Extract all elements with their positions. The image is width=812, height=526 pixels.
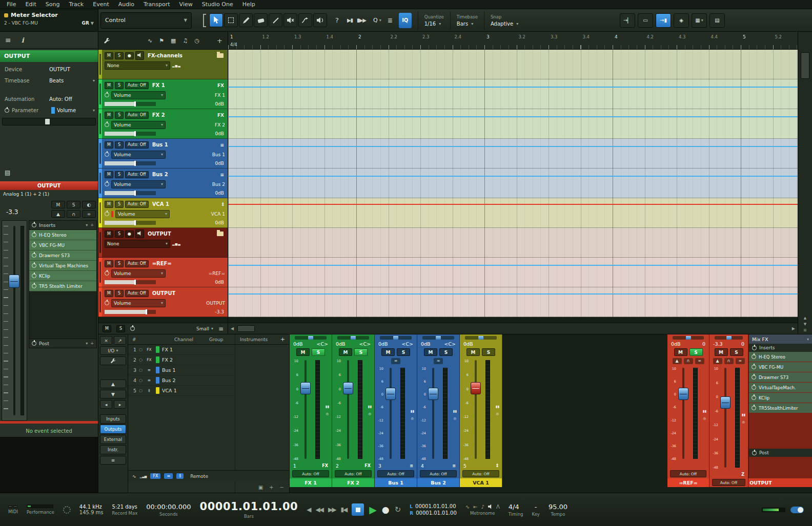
power-icon[interactable]	[752, 395, 756, 400]
click-speaker-icon[interactable]	[488, 504, 493, 509]
mute-button[interactable]: M	[339, 348, 352, 356]
scroll-right-icon[interactable]: ▶	[792, 326, 795, 331]
automation-line[interactable]	[228, 116, 798, 117]
autoscroll-button[interactable]: →▮	[656, 13, 671, 28]
automation-mode-button[interactable]: Auto: Off	[335, 470, 372, 477]
volume-fader[interactable]	[343, 382, 353, 394]
mixfx-header[interactable]: Mix FX▾	[749, 334, 812, 344]
power-icon[interactable]	[32, 263, 36, 268]
record-arm-icon[interactable]: ○	[139, 347, 143, 352]
power-icon[interactable]	[752, 346, 757, 350]
solo-button[interactable]: S	[67, 201, 80, 208]
record-button[interactable]: ●	[382, 504, 390, 515]
mute-button[interactable]: M	[105, 52, 113, 59]
timebase-row[interactable]: Timebase Beats ▾	[0, 75, 95, 86]
loop-range-display[interactable]: L00001.01.01.00 R00001.01.01.00	[410, 503, 456, 516]
solo-button[interactable]: S	[312, 348, 325, 356]
lock-icon[interactable]: ▣	[258, 485, 263, 490]
monitor-button[interactable]	[135, 51, 144, 60]
power-icon[interactable]	[32, 284, 36, 288]
record-arm-button[interactable]: ●	[125, 230, 134, 238]
stereo-link-icon[interactable]: ∞	[434, 358, 443, 364]
lane-4-bus-2[interactable]	[228, 169, 798, 198]
channel-row-fx-2[interactable]: 2○FXFX 2	[128, 355, 235, 365]
track-2-fx-2[interactable]: MSAuto: OffFX 2FXVolume▾FX 20dB	[98, 109, 228, 139]
mute-button[interactable]: M	[381, 348, 395, 356]
lane-3-bus-1[interactable]	[228, 139, 798, 169]
menu-studio-one[interactable]: Studio One	[197, 1, 238, 8]
collapse-left-icon[interactable]: ◂	[100, 400, 112, 409]
menu-edit[interactable]: Edit	[21, 1, 40, 8]
quantize-select[interactable]: 1/16▾	[424, 21, 444, 27]
dual-mono-icon[interactable]: ▮▮	[326, 405, 329, 409]
solo-button[interactable]: S	[397, 348, 410, 356]
autoscroll-icon[interactable]: ▮▶▶	[357, 17, 366, 23]
hamburger-menu-icon[interactable]: ≡	[5, 36, 11, 44]
insert-drawmer-s73[interactable]: Drawmer S73	[29, 250, 96, 261]
mixer-nav-outputs[interactable]: Outputs	[100, 425, 126, 434]
lane-7-ref[interactable]	[228, 258, 798, 287]
vertical-scrollbar[interactable]: ▲ ▼ ⊞	[798, 32, 812, 334]
volume-slider[interactable]	[105, 191, 156, 195]
power-icon[interactable]	[32, 253, 36, 258]
solo-button[interactable]: S	[689, 348, 703, 356]
volume-slider[interactable]	[105, 280, 156, 284]
automation-param-select[interactable]: Volume▾	[111, 269, 166, 278]
menu-help[interactable]: Help	[238, 1, 260, 8]
detach-mixer-button[interactable]: ↗	[114, 336, 126, 345]
arrow-tool-button[interactable]	[209, 13, 223, 27]
automation-mode-button[interactable]: Auto: Off	[377, 470, 414, 477]
record-arm-button[interactable]: ●	[125, 52, 134, 59]
track-3-bus-1[interactable]: MSAuto: OffBus 1≡Volume▾Bus 10dB	[98, 139, 228, 169]
volume-fader[interactable]	[300, 382, 311, 394]
solo-button[interactable]: S	[439, 348, 453, 356]
phase-icon[interactable]: ◎	[326, 412, 329, 416]
solo-button[interactable]: S	[115, 230, 124, 238]
automation-param-select[interactable]: Volume▾	[111, 91, 166, 99]
scrollbar-thumb[interactable]	[801, 52, 809, 79]
insert-h-eq-stereo[interactable]: H-EQ Stereo	[29, 230, 96, 240]
insert-virtual-tape-machines[interactable]: Virtual Tape Machines	[29, 261, 96, 271]
rewind-button[interactable]: ◀◀	[315, 506, 322, 513]
solo-button[interactable]: S	[115, 112, 124, 119]
lane-5-vca-1[interactable]	[228, 198, 798, 228]
fader-handle[interactable]	[9, 275, 19, 288]
mute-button[interactable]: M	[674, 348, 687, 356]
clock-icon[interactable]: ◷	[194, 37, 199, 44]
power-icon[interactable]	[752, 354, 756, 359]
pad-view-button[interactable]: ▤	[709, 13, 725, 28]
parameter-slider[interactable]	[2, 118, 96, 125]
input-quantize-button[interactable]: IQ	[399, 13, 412, 28]
solo-button[interactable]: S	[115, 290, 124, 297]
menu-track[interactable]: Track	[64, 1, 88, 8]
wave-icon[interactable]: ∿	[132, 474, 136, 479]
automation-mode-button[interactable]: Auto: Off	[670, 470, 706, 477]
lane-1-fx-1[interactable]	[228, 79, 798, 109]
add-insert-icon[interactable]: +	[90, 223, 94, 227]
headphones-icon[interactable]: ∩	[684, 358, 693, 364]
power-icon[interactable]	[32, 243, 36, 247]
power-icon[interactable]	[105, 301, 109, 305]
output-fader[interactable]	[2, 220, 27, 421]
volume-fader[interactable]	[428, 388, 438, 400]
play-button[interactable]: ▶	[369, 504, 377, 515]
mixer-strip-vca-1[interactable]: 0dBMS1060-6-12-24-36-48▮▮◎5‡Auto: OffVCA…	[460, 334, 502, 487]
record-arm-icon[interactable]: ○	[139, 357, 143, 362]
wrench-icon[interactable]	[104, 37, 110, 44]
io-selector[interactable]: I/O▾	[100, 346, 126, 355]
mute-button[interactable]: M	[424, 348, 437, 356]
automation-line[interactable]	[228, 87, 798, 88]
performance-meter[interactable]: Performance	[27, 504, 54, 515]
phase-icon[interactable]: ◎	[703, 416, 706, 420]
power-icon[interactable]	[105, 212, 109, 216]
preroll-icon[interactable]: ⇤	[473, 504, 477, 510]
snap-select[interactable]: Adaptive▾	[491, 21, 518, 27]
link-icon[interactable]: ∞	[736, 358, 745, 364]
scroll-down-button[interactable]: ▼	[100, 390, 126, 398]
pan-slider[interactable]	[465, 336, 497, 340]
mute-button[interactable]: M	[105, 260, 113, 267]
pan-slider[interactable]	[337, 336, 369, 340]
power-icon[interactable]	[32, 223, 36, 227]
solo-button[interactable]: S	[115, 201, 124, 208]
eraser-tool-button[interactable]	[254, 13, 268, 27]
